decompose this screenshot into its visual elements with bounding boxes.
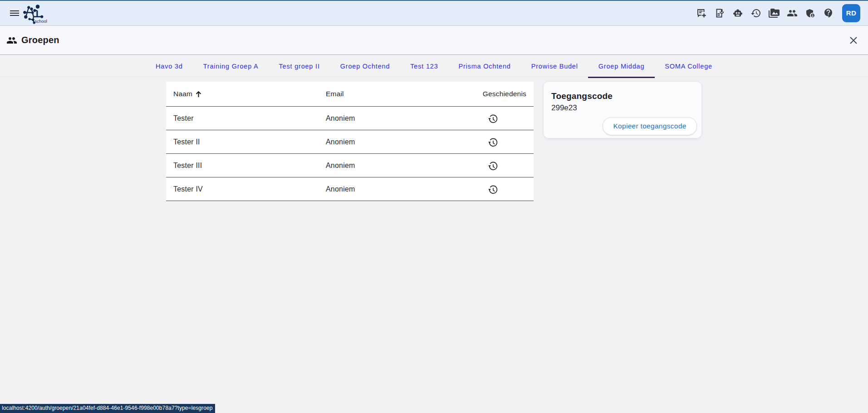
svg-text:school: school [35, 19, 47, 24]
